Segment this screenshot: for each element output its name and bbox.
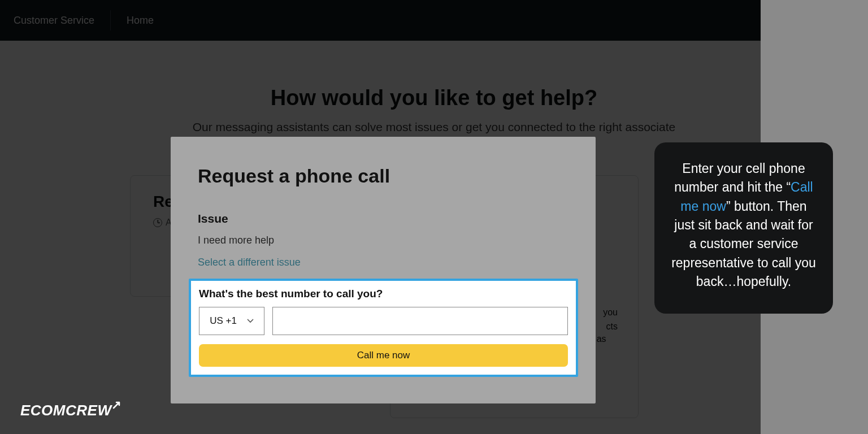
select-different-issue-link[interactable]: Select a different issue — [198, 257, 301, 268]
phone-row: US +1 — [199, 307, 568, 335]
modal-title: Request a phone call — [198, 165, 568, 187]
issue-text: I need more help — [198, 235, 568, 246]
phone-number-input[interactable] — [272, 307, 568, 335]
call-me-now-button[interactable]: Call me now — [199, 344, 568, 367]
phone-entry-highlight: What's the best number to call you? US +… — [189, 279, 578, 377]
arrow-up-icon — [112, 400, 124, 410]
logo-text: ECOMCREW — [20, 402, 111, 419]
callout-pre: Enter your cell phone number and hit the… — [674, 161, 805, 194]
phone-question: What's the best number to call you? — [199, 288, 568, 300]
country-code-select[interactable]: US +1 — [199, 307, 264, 335]
country-code-value: US +1 — [210, 315, 237, 327]
issue-label: Issue — [198, 212, 568, 225]
ecomcrew-logo: ECOMCREW — [20, 402, 124, 419]
chevron-down-icon — [247, 319, 254, 323]
instruction-callout: Enter your cell phone number and hit the… — [654, 142, 833, 314]
